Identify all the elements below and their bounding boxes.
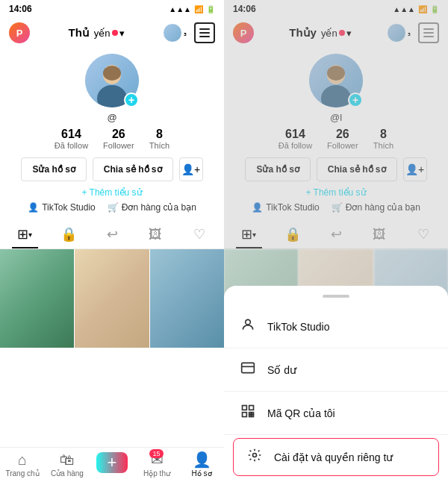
add-person-icon: 👤+ xyxy=(181,163,200,175)
battery-icon: 🔋 xyxy=(206,5,215,13)
repost-icon-left: ↩ xyxy=(107,226,118,242)
hamburger-menu-left[interactable] xyxy=(194,22,215,43)
video-thumb-2[interactable] xyxy=(75,249,149,348)
studio-menu-icon xyxy=(239,317,257,336)
tabs-row-left: ⊞▾ 🔒 ↩ 🖼 ♡ xyxy=(0,220,224,249)
home-icon-left: ⌂ xyxy=(18,452,27,467)
tab-liked-left[interactable]: ♡ xyxy=(178,220,221,248)
video-grid-left xyxy=(0,249,224,447)
menu-line-3 xyxy=(199,36,210,37)
studio-menu-label: TikTok Studio xyxy=(267,321,330,333)
share-profile-button-left[interactable]: Chia sẻ hồ sơ xyxy=(93,157,173,181)
edit-profile-button-left[interactable]: Sửa hồ sơ xyxy=(21,157,86,181)
video-thumb-1[interactable] xyxy=(0,249,74,348)
bottom-profile-left[interactable]: 👤 Hồ sơ xyxy=(179,452,224,478)
photo-icon-left: 🖼 xyxy=(149,227,162,242)
qr-icon xyxy=(239,404,257,422)
online-dot xyxy=(112,30,118,36)
slide-menu: TikTok Studio Số dư xyxy=(224,286,448,485)
stats-row-left: 614 Đã follow 26 Follower 8 Thích xyxy=(55,128,169,150)
svg-point-3 xyxy=(103,66,121,81)
nav-username-left: Thủ xyxy=(68,26,89,40)
menu-handle xyxy=(323,295,349,298)
svg-rect-16 xyxy=(252,413,254,415)
divider-3 xyxy=(224,434,448,435)
svg-rect-15 xyxy=(249,415,252,417)
bottom-shop-left[interactable]: 🛍 Cửa hàng xyxy=(45,452,90,478)
stat-likes: 8 Thích xyxy=(149,128,170,150)
svg-point-17 xyxy=(253,454,257,457)
nav-left: P xyxy=(9,22,30,43)
friend-avatar xyxy=(163,23,182,43)
menu-line-2 xyxy=(199,32,210,34)
menu-line-1 xyxy=(199,28,210,30)
top-nav-left: P Thủ yến ▾ ₃ xyxy=(0,18,224,48)
bio-link-left[interactable]: + Thêm tiểu sử xyxy=(81,187,142,198)
svg-rect-13 xyxy=(249,413,252,415)
status-icons-left: ▲▲▲ 📶 🔋 xyxy=(169,5,215,13)
svg-rect-9 xyxy=(242,363,255,372)
avatar-container-left: + xyxy=(85,54,139,107)
divider-2 xyxy=(224,391,448,392)
heart-icon-left: ♡ xyxy=(193,226,205,242)
time-left: 14:06 xyxy=(9,4,32,14)
bottom-inbox-left[interactable]: ✉ 15 Hộp thư xyxy=(134,452,179,478)
svg-rect-10 xyxy=(243,406,247,410)
left-panel: 14:06 ▲▲▲ 📶 🔋 P Thủ yến ▾ ₃ xyxy=(0,0,224,485)
plus-icon-left: + xyxy=(108,453,117,472)
status-bar-left: 14:06 ▲▲▲ 📶 🔋 xyxy=(0,0,224,18)
menu-qr[interactable]: Mã QR của tôi xyxy=(224,393,448,433)
shop-icon-left: 🛍 xyxy=(60,452,75,467)
nav-user2-left: yến ▾ xyxy=(94,28,125,39)
svg-rect-12 xyxy=(243,413,247,417)
settings-label: Cài đặt và quyền riêng tư xyxy=(274,451,393,463)
add-friend-button-left[interactable]: 👤+ xyxy=(179,157,203,181)
qr-label: Mã QR của tôi xyxy=(267,407,335,419)
signal-icon: ▲▲▲ xyxy=(169,5,191,13)
svg-rect-11 xyxy=(249,406,254,410)
divider-1 xyxy=(224,348,448,348)
inbox-badge-left: 15 xyxy=(149,449,163,458)
wifi-icon: 📶 xyxy=(194,5,203,13)
balance-label: Số dư xyxy=(267,364,296,376)
menu-settings[interactable]: Cài đặt và quyền riêng tư xyxy=(233,438,439,476)
create-button-left[interactable]: + xyxy=(96,452,128,473)
menu-tiktok-studio[interactable]: TikTok Studio xyxy=(224,307,448,346)
nav-center: Thủ yến ▾ xyxy=(68,26,124,40)
svg-point-8 xyxy=(246,319,251,325)
cart-icon-left: 🛒 xyxy=(108,202,119,213)
avatar-count: ₃ xyxy=(184,29,187,37)
tiktok-studio-left[interactable]: 👤 TikTok Studio xyxy=(28,202,96,213)
orders-left[interactable]: 🛒 Đơn hàng của bạn xyxy=(108,202,196,213)
right-panel: 14:06 ▲▲▲ 📶 🔋 P Thủy yến ▾ ₃ xyxy=(224,0,448,485)
avatar-group: ₃ xyxy=(163,23,187,43)
svg-rect-14 xyxy=(252,415,254,417)
profile-section-left: + @ 614 Đã follow 26 Follower 8 Thích Sử… xyxy=(0,48,224,220)
profile-icon-left: 👤 xyxy=(193,452,211,467)
settings-icon xyxy=(246,448,264,466)
stat-following: 614 Đã follow xyxy=(55,128,88,150)
handle-left: @ xyxy=(107,112,116,123)
tab-photo-left[interactable]: 🖼 xyxy=(134,220,177,248)
bottom-home-left[interactable]: ⌂ Trang chủ xyxy=(0,452,45,478)
tab-private-left[interactable]: 🔒 xyxy=(46,220,90,248)
bottom-create-left[interactable]: + xyxy=(90,452,134,478)
user1-avatar[interactable]: P xyxy=(9,22,30,43)
stat-followers: 26 Follower xyxy=(103,128,134,150)
video-thumb-3[interactable] xyxy=(150,249,224,348)
action-row-left: Sửa hồ sơ Chia sẻ hồ sơ 👤+ xyxy=(9,157,215,181)
service-row-left: 👤 TikTok Studio 🛒 Đơn hàng của bạn xyxy=(28,202,196,213)
nav-right-left: ₃ xyxy=(163,22,215,43)
lock-icon-left: 🔒 xyxy=(60,226,77,242)
tab-videos-left[interactable]: ⊞▾ xyxy=(3,220,46,248)
tab-repost-left[interactable]: ↩ xyxy=(90,220,134,248)
balance-icon xyxy=(239,360,257,379)
bottom-nav-left: ⌂ Trang chủ 🛍 Cửa hàng + ✉ 15 Hộp thư 👤 … xyxy=(0,447,224,485)
menu-balance[interactable]: Số dư xyxy=(224,350,448,389)
studio-icon-left: 👤 xyxy=(28,202,39,213)
avatar-add-button-left[interactable]: + xyxy=(124,93,139,107)
